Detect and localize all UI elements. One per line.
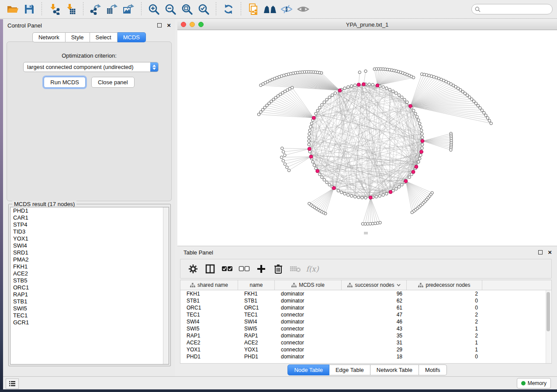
cell-successor-nodes[interactable]: 18 — [342, 354, 407, 360]
cell-name[interactable]: ORC1 — [238, 305, 275, 311]
mcds-result-item[interactable]: FKH1 — [10, 263, 169, 270]
zoom-in-icon[interactable] — [147, 3, 160, 16]
cell-successor-nodes[interactable]: 62 — [342, 298, 407, 304]
zoom-fit-icon[interactable] — [180, 3, 194, 16]
mcds-result-item[interactable]: SRD1 — [10, 249, 169, 256]
tab-motifs[interactable]: Motifs — [419, 364, 447, 375]
cell-shared-name[interactable]: STB1 — [180, 298, 238, 304]
table-row[interactable]: ACE2ACE2connector311 — [180, 339, 551, 346]
export-table-icon[interactable] — [106, 3, 119, 16]
result-list-scrollbar[interactable] — [163, 207, 169, 364]
mcds-result-item[interactable]: TEC1 — [10, 312, 169, 319]
tab-style[interactable]: Style — [66, 32, 90, 42]
table-row[interactable]: STB1STB1dominator620 — [180, 297, 551, 304]
splitter-handle[interactable] — [364, 232, 368, 234]
cell-name[interactable]: YOX1 — [238, 347, 275, 353]
open-folder-icon[interactable] — [6, 3, 19, 16]
cell-successor-nodes[interactable]: 61 — [342, 305, 407, 311]
cell-successor-nodes[interactable]: 47 — [342, 312, 407, 318]
network-graph[interactable] — [177, 30, 557, 246]
export-network-icon[interactable] — [89, 3, 102, 16]
mcds-result-item[interactable]: STP4 — [10, 221, 169, 228]
cell-shared-name[interactable]: RAP1 — [180, 333, 238, 339]
status-menu-button[interactable] — [6, 378, 19, 389]
zoom-out-icon[interactable] — [164, 3, 177, 16]
close-panel-button[interactable]: Close panel — [91, 77, 135, 88]
mcds-result-item[interactable]: PMA2 — [10, 256, 169, 263]
cell-MCDS-role[interactable]: dominator — [275, 305, 342, 311]
column-header-name[interactable]: name — [238, 280, 275, 290]
float-panel-icon[interactable] — [157, 23, 162, 28]
add-icon[interactable] — [256, 263, 267, 275]
import-network-icon[interactable] — [48, 3, 61, 16]
mcds-result-item[interactable]: ACE2 — [10, 270, 169, 277]
cell-predecessor-nodes[interactable]: 2 — [407, 312, 482, 318]
mcds-result-item[interactable]: PHD1 — [10, 207, 169, 214]
tab-node-table[interactable]: Node Table — [287, 364, 329, 375]
table-row[interactable]: SWI5SWI5connector431 — [180, 325, 551, 332]
cell-shared-name[interactable]: ORC1 — [180, 305, 238, 311]
tab-select[interactable]: Select — [90, 32, 118, 42]
cell-successor-nodes[interactable]: 31 — [342, 340, 407, 346]
cell-MCDS-role[interactable]: connector — [275, 340, 342, 346]
table-row[interactable]: PHD1PHD1dominator180 — [180, 353, 551, 360]
mcds-result-list[interactable]: PHD1CAR1STP4TID3YOX1SWI4SRD1PMA2FKH1ACE2… — [10, 207, 169, 364]
first-neighbors-icon[interactable] — [263, 3, 277, 16]
table-row[interactable]: ORC1ORC1dominator610 — [180, 304, 551, 311]
settings-icon[interactable] — [187, 263, 199, 275]
mcds-result-item[interactable]: STB1 — [10, 298, 169, 305]
cell-predecessor-nodes[interactable]: 0 — [407, 298, 482, 304]
float-table-panel-icon[interactable] — [538, 250, 543, 254]
cell-predecessor-nodes[interactable]: 2 — [407, 291, 482, 297]
cell-successor-nodes[interactable]: 29 — [342, 347, 407, 353]
mcds-result-item[interactable]: YOX1 — [10, 235, 169, 242]
close-table-panel-icon[interactable]: × — [548, 250, 552, 254]
cell-MCDS-role[interactable]: connector — [275, 347, 342, 353]
cell-MCDS-role[interactable]: dominator — [275, 319, 342, 325]
table-row[interactable]: TEC1TEC1connector472 — [180, 311, 551, 318]
table-row[interactable]: YOX1YOX1connector291 — [180, 346, 551, 353]
cell-name[interactable]: STB1 — [238, 298, 275, 304]
column-header-predecessor-nodes[interactable]: predecessor nodes — [407, 280, 482, 290]
column-header-successor-nodes[interactable]: successor nodes — [342, 280, 407, 290]
columns-icon[interactable] — [204, 263, 216, 275]
cell-successor-nodes[interactable]: 35 — [342, 333, 407, 339]
cell-name[interactable]: RAP1 — [238, 333, 275, 339]
column-header-shared-name[interactable]: shared name — [180, 280, 238, 290]
search-input[interactable] — [471, 4, 553, 14]
cell-predecessor-nodes[interactable]: 1 — [407, 347, 482, 353]
cell-shared-name[interactable]: ACE2 — [180, 340, 238, 346]
refresh-icon[interactable] — [222, 3, 235, 16]
cell-successor-nodes[interactable]: 46 — [342, 319, 407, 325]
column-header-MCDS-role[interactable]: MCDS role — [275, 280, 342, 290]
mcds-result-item[interactable]: SWI5 — [10, 305, 169, 312]
run-mcds-button[interactable]: Run MCDS — [44, 77, 86, 88]
cell-name[interactable]: TEC1 — [238, 312, 275, 318]
select-all-icon[interactable] — [221, 263, 233, 275]
tab-mcds[interactable]: MCDS — [118, 32, 146, 42]
delete-icon[interactable] — [273, 263, 284, 275]
cell-shared-name[interactable]: SWI5 — [180, 326, 238, 332]
tab-network[interactable]: Network — [32, 32, 66, 42]
cell-shared-name[interactable]: TEC1 — [180, 312, 238, 318]
cell-MCDS-role[interactable]: dominator — [275, 298, 342, 304]
table-scrollbar-thumb[interactable] — [547, 292, 550, 331]
cell-MCDS-role[interactable]: dominator — [275, 291, 342, 297]
close-panel-icon[interactable]: × — [167, 23, 171, 28]
cell-name[interactable]: FKH1 — [238, 291, 275, 297]
cell-name[interactable]: SWI5 — [238, 326, 275, 332]
network-titlebar[interactable]: YPA_prune.txt_1 — [177, 19, 557, 30]
mcds-result-item[interactable]: CAR1 — [10, 214, 169, 221]
cell-shared-name[interactable]: FKH1 — [180, 291, 238, 297]
table-row[interactable]: FKH1FKH1dominator962 — [180, 290, 551, 297]
cell-successor-nodes[interactable]: 96 — [342, 291, 407, 297]
hide-selected-icon[interactable] — [280, 3, 293, 16]
cell-predecessor-nodes[interactable]: 1 — [407, 340, 482, 346]
table-scrollbar[interactable] — [546, 290, 551, 363]
clone-network-icon[interactable] — [247, 3, 260, 16]
cell-MCDS-role[interactable]: connector — [275, 312, 342, 318]
zoom-selected-icon[interactable] — [197, 3, 210, 16]
mcds-result-item[interactable]: STB5 — [10, 277, 169, 284]
optimization-criterion-dropdown[interactable]: largest connected component (undirected) — [23, 62, 159, 72]
tab-network-table[interactable]: Network Table — [370, 364, 419, 375]
